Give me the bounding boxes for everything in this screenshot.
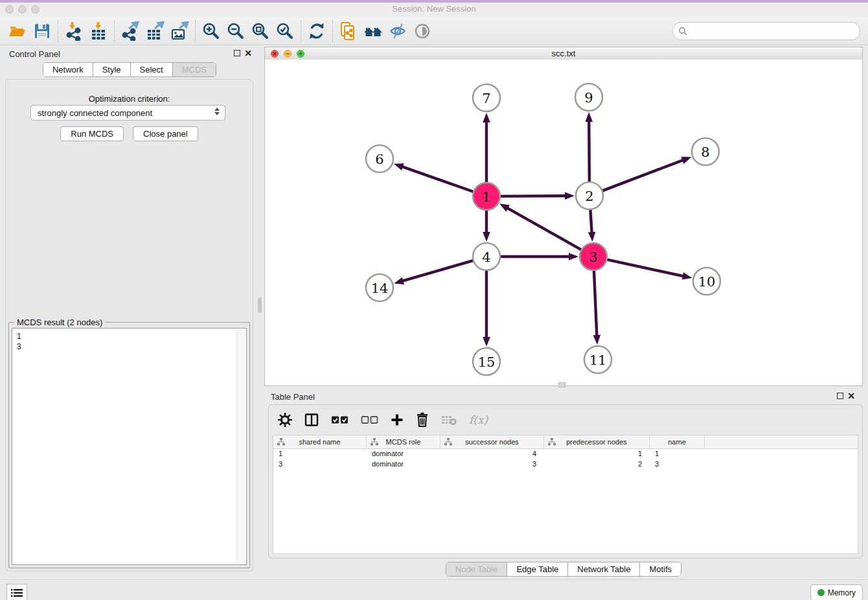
result-scrollbar[interactable] <box>236 329 246 564</box>
edge-4-14[interactable] <box>394 260 475 284</box>
search-field[interactable] <box>672 22 860 40</box>
table-cell[interactable]: 1 <box>273 449 367 459</box>
search-input[interactable] <box>687 27 860 36</box>
table-cell[interactable]: 1 <box>544 449 650 459</box>
refresh-icon[interactable] <box>304 19 329 43</box>
edge-3-1[interactable] <box>499 203 583 251</box>
deselect-all-columns-icon[interactable] <box>361 415 378 425</box>
table-cell[interactable]: 2 <box>544 459 650 470</box>
node-7[interactable]: 7 <box>473 84 500 111</box>
title-bar: Session: New Session <box>0 3 868 17</box>
show-all-icon[interactable] <box>410 19 435 43</box>
float-table-panel-icon[interactable] <box>837 393 843 399</box>
export-image-icon[interactable] <box>167 19 192 43</box>
svg-text:15: 15 <box>478 354 496 370</box>
table-cell[interactable]: 4 <box>440 449 544 459</box>
run-mcds-button[interactable]: Run MCDS <box>60 126 124 141</box>
hide-selected-icon[interactable] <box>385 19 410 43</box>
zoom-in-icon[interactable] <box>199 19 223 43</box>
node-11[interactable]: 11 <box>584 346 611 373</box>
table-cell[interactable]: 3 <box>440 459 544 470</box>
edge-4-3[interactable] <box>498 253 578 260</box>
new-network-from-selection-icon[interactable] <box>336 19 361 43</box>
edge-1-7[interactable] <box>483 113 490 185</box>
select-all-columns-icon[interactable] <box>331 415 348 425</box>
node-9[interactable]: 9 <box>575 84 602 111</box>
column-header-name[interactable]: name <box>650 435 705 448</box>
tab-edge-table[interactable]: Edge Table <box>507 562 567 576</box>
node-15[interactable]: 15 <box>473 348 500 375</box>
table-cell[interactable]: 3 <box>650 459 705 470</box>
column-header-shared-name[interactable]: shared name <box>273 435 367 448</box>
edge-3-10[interactable] <box>605 259 692 280</box>
svg-text:14: 14 <box>371 281 389 296</box>
table-cell[interactable]: 1 <box>650 449 705 459</box>
tab-mcds[interactable]: MCDS <box>172 63 216 76</box>
close-panel-button[interactable]: Close panel <box>133 126 198 141</box>
network-window-title: scc.txt <box>265 49 862 58</box>
add-column-icon[interactable] <box>391 413 404 426</box>
node-8[interactable]: 8 <box>692 138 719 165</box>
delete-column-icon[interactable] <box>416 412 429 428</box>
mcds-result-textarea[interactable]: 13 <box>12 328 247 565</box>
tab-network-table[interactable]: Network Table <box>567 562 639 576</box>
node-14[interactable]: 14 <box>366 274 393 301</box>
edge-1-4[interactable] <box>483 208 490 242</box>
export-network-icon[interactable] <box>118 19 143 43</box>
node-6[interactable]: 6 <box>366 145 393 172</box>
zoom-fit-icon[interactable] <box>248 19 273 43</box>
node-3[interactable]: 3 <box>580 243 607 270</box>
zoom-out-icon[interactable] <box>223 19 248 43</box>
edge-3-11[interactable] <box>593 268 601 345</box>
tab-motifs[interactable]: Motifs <box>639 562 681 576</box>
canvas-splitter-handle[interactable] <box>558 382 565 387</box>
memory-button[interactable]: Memory <box>810 584 863 600</box>
table-cell[interactable]: 3 <box>273 459 367 470</box>
column-header-MCDS-role[interactable]: MCDS role <box>367 435 440 448</box>
tab-network[interactable]: Network <box>43 63 93 76</box>
edge-2-8[interactable] <box>600 157 692 192</box>
edge-4-15[interactable] <box>483 268 490 347</box>
control-panel: Control Panel ✕ NetworkStyleSelectMCDS O… <box>1 45 258 574</box>
toolbar-separator <box>114 20 115 42</box>
zoom-selected-icon[interactable] <box>273 19 297 43</box>
tab-select[interactable]: Select <box>130 63 172 76</box>
import-table-icon[interactable] <box>86 19 111 43</box>
edge-2-3[interactable] <box>588 207 596 242</box>
node-4[interactable]: 4 <box>473 243 500 270</box>
panel-splitter-handle[interactable] <box>258 297 262 313</box>
node-1[interactable]: 1 <box>473 183 500 210</box>
table-row[interactable]: 3dominator323 <box>273 459 858 470</box>
edge-1-6[interactable] <box>394 163 475 192</box>
float-panel-icon[interactable] <box>234 50 240 56</box>
column-header-predecessor-nodes[interactable]: predecessor nodes <box>544 435 650 448</box>
network-canvas[interactable]: 7968124314101511 <box>265 60 862 386</box>
table-cell[interactable]: dominator <box>367 459 440 470</box>
table-row[interactable]: 1dominator411 <box>273 449 858 459</box>
column-panel-icon[interactable] <box>304 413 319 427</box>
criterion-select[interactable]: strongly connected component <box>30 105 225 121</box>
open-session-icon[interactable] <box>5 19 30 43</box>
close-table-panel-icon[interactable]: ✕ <box>847 391 855 401</box>
node-10[interactable]: 10 <box>693 268 720 295</box>
search-icon <box>678 27 687 36</box>
save-session-icon[interactable] <box>30 19 54 43</box>
tab-node-table[interactable]: Node Table <box>446 562 507 576</box>
column-header-label: MCDS role <box>386 438 421 446</box>
node-2[interactable]: 2 <box>576 182 603 209</box>
node-table[interactable]: shared nameMCDS rolesuccessor nodesprede… <box>273 435 858 554</box>
attribute-settings-icon[interactable] <box>278 413 292 427</box>
task-history-button[interactable] <box>6 584 27 600</box>
close-panel-icon[interactable]: ✕ <box>244 48 252 58</box>
column-header-successor-nodes[interactable]: successor nodes <box>440 435 544 448</box>
first-neighbors-icon[interactable] <box>361 19 385 43</box>
table-cell[interactable]: dominator <box>367 449 440 459</box>
edge-1-2[interactable] <box>498 192 575 200</box>
function-builder-icon[interactable]: f(x) <box>469 413 488 426</box>
tab-style[interactable]: Style <box>93 63 130 76</box>
edge-2-9[interactable] <box>585 112 593 184</box>
import-network-icon[interactable] <box>62 19 86 43</box>
delete-table-icon[interactable] <box>441 414 457 426</box>
network-window-titlebar[interactable]: scc.txt <box>265 47 862 60</box>
export-table-icon[interactable] <box>143 19 167 43</box>
